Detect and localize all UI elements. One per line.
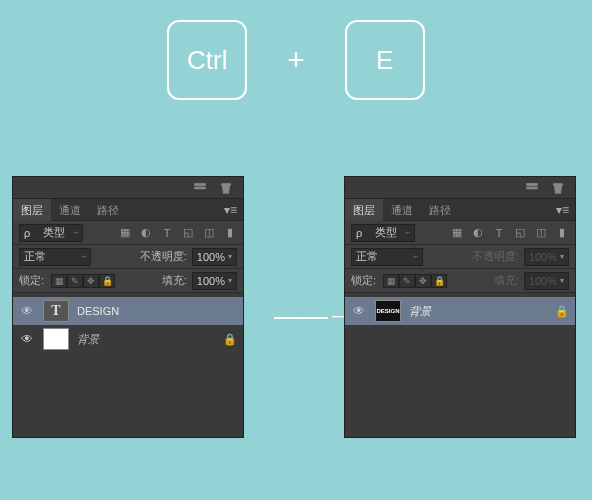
collapse-icon[interactable]: [193, 181, 207, 195]
layer-name[interactable]: DESIGN: [77, 305, 237, 317]
key-e: E: [345, 20, 425, 100]
filter-row: ρ 类型÷ ▦ ◐ T ◱ ◫ ▮: [345, 221, 575, 245]
visibility-icon[interactable]: 👁: [19, 304, 35, 318]
layer-row[interactable]: 👁 DESIGN 背景 🔒: [345, 297, 575, 325]
lock-label: 锁定:: [19, 273, 44, 288]
filter-smart-icon[interactable]: ◫: [534, 226, 548, 240]
svg-rect-1: [195, 187, 206, 189]
lock-label: 锁定:: [351, 273, 376, 288]
lock-buttons[interactable]: ▦ ✎ ✥ 🔒: [51, 274, 115, 288]
filter-image-icon[interactable]: ▦: [118, 226, 132, 240]
lock-paint-icon[interactable]: ✎: [67, 274, 83, 288]
key-e-label: E: [376, 45, 393, 76]
layer-name[interactable]: 背景: [77, 332, 215, 347]
tab-layers[interactable]: 图层: [13, 199, 51, 221]
blend-mode-select[interactable]: 正常÷: [19, 248, 91, 266]
panel-top-bar: [13, 177, 243, 199]
key-ctrl-label: Ctrl: [187, 45, 227, 76]
lock-paint-icon[interactable]: ✎: [399, 274, 415, 288]
filter-select[interactable]: ρ 类型÷: [19, 224, 83, 242]
layers-panel-before: 图层 通道 路径 ▾≡ ρ 类型÷ ▦ ◐ T ◱ ◫ ▮ 正常÷ 不透明度: …: [12, 176, 244, 438]
key-ctrl: Ctrl: [167, 20, 247, 100]
fill-value[interactable]: 100%▾: [192, 272, 237, 290]
tab-paths[interactable]: 路径: [421, 199, 459, 221]
filter-type-icon[interactable]: T: [160, 226, 174, 240]
tab-channels[interactable]: 通道: [383, 199, 421, 221]
filter-row: ρ 类型÷ ▦ ◐ T ◱ ◫ ▮: [13, 221, 243, 245]
fill-label: 填充:: [494, 273, 519, 288]
plus-symbol: +: [287, 43, 305, 77]
blend-row: 正常÷ 不透明度: 100%▾: [13, 245, 243, 269]
lock-move-icon[interactable]: ✥: [415, 274, 431, 288]
visibility-icon[interactable]: 👁: [19, 332, 35, 346]
filter-shape-icon[interactable]: ◱: [513, 226, 527, 240]
svg-rect-3: [527, 187, 538, 189]
lock-all-icon[interactable]: 🔒: [431, 274, 447, 288]
panel-menu-icon[interactable]: ▾≡: [224, 203, 237, 217]
lock-row: 锁定: ▦ ✎ ✥ 🔒 填充: 100%▾: [13, 269, 243, 293]
fill-value: 100%▾: [524, 272, 569, 290]
filter-adjust-icon[interactable]: ◐: [139, 226, 153, 240]
tab-channels[interactable]: 通道: [51, 199, 89, 221]
filter-select[interactable]: ρ 类型÷: [351, 224, 415, 242]
lock-transparency-icon[interactable]: ▦: [383, 274, 399, 288]
panel-top-bar: [345, 177, 575, 199]
layers-panel-after: 图层 通道 路径 ▾≡ ρ 类型÷ ▦ ◐ T ◱ ◫ ▮ 正常÷ 不透明度: …: [344, 176, 576, 438]
trash-icon[interactable]: [551, 181, 565, 195]
filter-smart-icon[interactable]: ◫: [202, 226, 216, 240]
lock-move-icon[interactable]: ✥: [83, 274, 99, 288]
panel-tabs: 图层 通道 路径 ▾≡: [345, 199, 575, 221]
opacity-label: 不透明度:: [472, 249, 519, 264]
layers-list: 👁 T DESIGN 👁 背景 🔒: [13, 293, 243, 353]
blend-mode-select[interactable]: 正常÷: [351, 248, 423, 266]
filter-toggle-icon[interactable]: ▮: [555, 226, 569, 240]
lock-all-icon[interactable]: 🔒: [99, 274, 115, 288]
layer-row[interactable]: 👁 T DESIGN: [13, 297, 243, 325]
filter-image-icon[interactable]: ▦: [450, 226, 464, 240]
svg-rect-0: [195, 183, 206, 185]
layer-thumbnail[interactable]: T: [43, 300, 69, 322]
panel-menu-icon[interactable]: ▾≡: [556, 203, 569, 217]
layer-row[interactable]: 👁 背景 🔒: [13, 325, 243, 353]
arrow-right: ——→: [274, 300, 352, 332]
layer-thumbnail[interactable]: DESIGN: [375, 300, 401, 322]
filter-adjust-icon[interactable]: ◐: [471, 226, 485, 240]
shortcut-row: Ctrl + E: [0, 20, 592, 100]
lock-icon: 🔒: [555, 305, 569, 318]
svg-rect-2: [527, 183, 538, 185]
layer-name[interactable]: 背景: [409, 304, 547, 319]
tab-layers[interactable]: 图层: [345, 199, 383, 221]
fill-label: 填充:: [162, 273, 187, 288]
panel-tabs: 图层 通道 路径 ▾≡: [13, 199, 243, 221]
layer-thumbnail[interactable]: [43, 328, 69, 350]
lock-buttons[interactable]: ▦ ✎ ✥ 🔒: [383, 274, 447, 288]
layers-list: 👁 DESIGN 背景 🔒: [345, 293, 575, 325]
opacity-value: 100%▾: [524, 248, 569, 266]
opacity-value[interactable]: 100%▾: [192, 248, 237, 266]
lock-row: 锁定: ▦ ✎ ✥ 🔒 填充: 100%▾: [345, 269, 575, 293]
lock-icon: 🔒: [223, 333, 237, 346]
filter-type-icon[interactable]: T: [492, 226, 506, 240]
trash-icon[interactable]: [219, 181, 233, 195]
filter-shape-icon[interactable]: ◱: [181, 226, 195, 240]
blend-row: 正常÷ 不透明度: 100%▾: [345, 245, 575, 269]
opacity-label: 不透明度:: [140, 249, 187, 264]
filter-toggle-icon[interactable]: ▮: [223, 226, 237, 240]
lock-transparency-icon[interactable]: ▦: [51, 274, 67, 288]
tab-paths[interactable]: 路径: [89, 199, 127, 221]
collapse-icon[interactable]: [525, 181, 539, 195]
visibility-icon[interactable]: 👁: [351, 304, 367, 318]
